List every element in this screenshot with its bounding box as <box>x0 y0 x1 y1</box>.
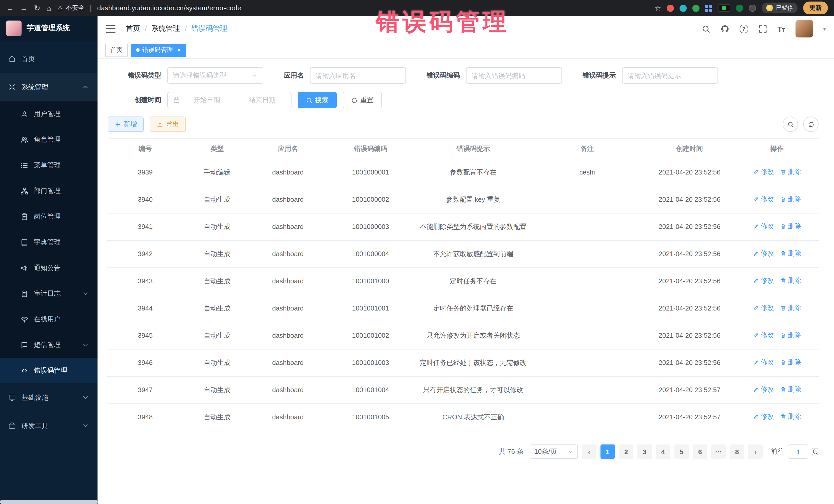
breadcrumb-home[interactable]: 首页 <box>126 24 140 34</box>
sidebar-item-roles[interactable]: 角色管理 <box>0 127 97 152</box>
toggle-search-button[interactable] <box>783 116 798 132</box>
reset-button[interactable]: 重置 <box>343 92 382 108</box>
page-button[interactable]: 3 <box>637 444 652 459</box>
font-size-icon[interactable]: TT <box>777 24 785 33</box>
sidebar-scrollbar[interactable] <box>0 500 97 504</box>
forward-icon[interactable]: → <box>20 4 28 12</box>
delete-link[interactable]: 删除 <box>780 385 801 395</box>
delete-link[interactable]: 删除 <box>780 412 801 422</box>
trash-icon <box>780 250 786 257</box>
edit-link[interactable]: 修改 <box>753 385 774 395</box>
delete-link[interactable]: 删除 <box>780 221 801 232</box>
search-icon[interactable] <box>701 24 710 33</box>
security-indicator[interactable]: ⚠ 不安全 <box>57 4 84 12</box>
app-name-input[interactable] <box>310 67 406 84</box>
tab-error-code[interactable]: 错误码管理 × <box>131 43 186 57</box>
sidebar-item-users[interactable]: 用户管理 <box>0 101 97 127</box>
delete-link[interactable]: 删除 <box>780 357 801 368</box>
error-code-input[interactable] <box>466 67 562 84</box>
edit-link[interactable]: 修改 <box>753 330 774 340</box>
sidebar-item-posts[interactable]: 岗位管理 <box>0 204 97 229</box>
error-hint-input[interactable] <box>622 67 718 84</box>
export-button[interactable]: 导出 <box>150 116 186 132</box>
delete-link[interactable]: 删除 <box>780 276 801 286</box>
sidebar-item-departments[interactable]: 部门管理 <box>0 178 97 204</box>
delete-link[interactable]: 删除 <box>780 303 801 313</box>
page-button[interactable]: 4 <box>656 444 670 459</box>
error-type-select[interactable]: 请选择错误码类型 <box>167 67 263 84</box>
filter-app: 应用名 <box>284 67 406 84</box>
home-nav-icon[interactable]: ⌂ <box>46 4 51 12</box>
edit-link[interactable]: 修改 <box>753 412 774 422</box>
help-icon[interactable]: ? <box>739 24 748 33</box>
column-header: 编号 <box>107 138 184 159</box>
cell-app: dashboard <box>250 349 325 376</box>
chevron-down-icon <box>251 72 258 79</box>
sidebar-item-system[interactable]: 系统管理 <box>0 73 97 101</box>
sidebar-item-dev-tools[interactable]: 研发工具 <box>0 412 97 440</box>
cell-app: dashboard <box>250 213 325 240</box>
extension-grid-icon[interactable] <box>705 4 712 12</box>
sidebar-item-home[interactable]: 首页 <box>0 45 97 73</box>
edit-link[interactable]: 修改 <box>753 248 774 259</box>
add-button[interactable]: 新增 <box>108 116 144 132</box>
page-ellipsis[interactable]: ··· <box>711 444 726 459</box>
sidebar-item-online-users[interactable]: 在线用户 <box>0 306 97 332</box>
fullscreen-icon[interactable] <box>758 24 767 33</box>
browser-update-button[interactable]: 更新 <box>803 2 828 14</box>
edit-link[interactable]: 修改 <box>753 276 774 286</box>
search-button[interactable]: 搜索 <box>298 92 337 108</box>
sidebar-item-infrastructure[interactable]: 基础设施 <box>0 384 97 412</box>
tab-home[interactable]: 首页 <box>105 43 128 57</box>
extension-icon[interactable] <box>749 4 756 12</box>
edit-link[interactable]: 修改 <box>753 194 774 204</box>
sidebar-item-error-code[interactable]: 错误码管理 <box>0 358 97 384</box>
megaphone-icon <box>21 264 28 272</box>
hamburger-icon[interactable] <box>106 25 115 33</box>
next-page-button[interactable]: › <box>748 444 763 459</box>
page-button[interactable]: 5 <box>674 444 689 459</box>
edit-link[interactable]: 修改 <box>753 303 774 313</box>
paused-badge[interactable]: 已暂停 <box>762 3 797 13</box>
page-button[interactable]: 2 <box>619 444 633 459</box>
sidebar-item-audit-log[interactable]: 审计日志 <box>0 281 97 306</box>
cell-time: 2021-04-20 23:52:56 <box>643 268 736 295</box>
close-icon[interactable]: × <box>177 47 181 53</box>
sidebar-item-dictionary[interactable]: 字典管理 <box>0 229 97 255</box>
chevron-down-icon[interactable]: ▾ <box>823 26 826 31</box>
page-button[interactable]: 8 <box>730 444 744 459</box>
page-size-select[interactable]: 10条/页 <box>530 444 578 459</box>
edit-link[interactable]: 修改 <box>753 221 774 232</box>
extension-icon[interactable] <box>680 4 687 12</box>
cell-time: 2021-04-20 23:52:57 <box>643 376 736 404</box>
date-range-picker[interactable]: 开始日期 - 结束日期 <box>167 92 291 108</box>
extension-badge-icon[interactable] <box>718 4 730 12</box>
bookmark-star-icon[interactable]: ☆ <box>655 4 661 12</box>
avatar[interactable] <box>795 20 813 38</box>
extension-icon[interactable] <box>667 4 674 12</box>
delete-link[interactable]: 删除 <box>780 167 801 177</box>
delete-link[interactable]: 删除 <box>780 330 801 340</box>
edit-link[interactable]: 修改 <box>753 357 774 368</box>
sidebar-item-sms[interactable]: 短信管理 <box>0 332 97 358</box>
delete-link[interactable]: 删除 <box>780 248 801 259</box>
reload-icon[interactable]: ↻ <box>34 3 40 13</box>
goto-page-input[interactable] <box>788 444 808 459</box>
cell-actions: 修改 删除 <box>736 159 819 186</box>
extension-icon[interactable] <box>736 4 743 12</box>
back-icon[interactable]: ← <box>6 4 14 12</box>
sidebar-item-notices[interactable]: 通知公告 <box>0 255 97 281</box>
page-button[interactable]: 1 <box>600 444 615 459</box>
delete-link[interactable]: 删除 <box>780 194 801 204</box>
github-icon[interactable] <box>720 24 729 33</box>
breadcrumb-system[interactable]: 系统管理 <box>151 24 180 34</box>
refresh-table-button[interactable] <box>803 116 819 132</box>
cell-code: 1001001001 <box>325 295 416 322</box>
edit-link[interactable]: 修改 <box>753 167 774 177</box>
extension-icon[interactable] <box>692 4 700 12</box>
sidebar-item-menus[interactable]: 菜单管理 <box>0 152 97 178</box>
page-button[interactable]: 6 <box>693 444 707 459</box>
cell-remark <box>531 349 643 376</box>
address-bar[interactable]: dashboard.yudao.iocoder.cn/system/error-… <box>97 4 241 12</box>
prev-page-button[interactable]: ‹ <box>582 444 596 459</box>
